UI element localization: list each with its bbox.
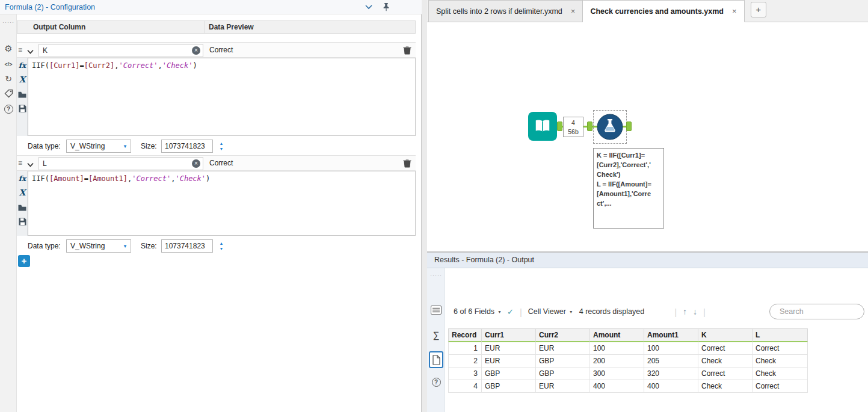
close-tab-icon[interactable]: × xyxy=(732,7,737,15)
drag-handle-icon[interactable]: ≡ xyxy=(18,46,22,54)
collapse-panel-chevron-icon[interactable] xyxy=(365,4,372,10)
table-row[interactable]: 1 EUR EUR 100 100 Correct Correct xyxy=(448,342,808,355)
save-icon[interactable] xyxy=(17,218,28,227)
tool-annotation[interactable]: K = IIF([Curr1]= [Curr2],'Correct',' Che… xyxy=(593,148,664,229)
clear-field-icon[interactable]: × xyxy=(192,46,200,55)
column-header[interactable]: K xyxy=(698,328,753,342)
close-tab-icon[interactable]: × xyxy=(571,7,576,15)
column-header[interactable]: Curr2 xyxy=(536,328,590,342)
size-label: Size: xyxy=(141,138,157,154)
search-box[interactable] xyxy=(769,304,864,319)
output-anchor[interactable] xyxy=(557,121,562,131)
size-input[interactable]: 1073741823 xyxy=(161,140,213,153)
record-count: 4 xyxy=(564,118,583,128)
expression-editor-toolbar: fx X xyxy=(17,58,28,136)
results-side-toolbar: ····· ∑ ? xyxy=(427,268,445,412)
expression-editor-toolbar: fx X xyxy=(17,171,28,236)
stepper-up-icon[interactable]: ▲ xyxy=(220,141,224,146)
insert-variable-icon[interactable]: X xyxy=(17,75,28,84)
stepper-down-icon[interactable]: ▼ xyxy=(220,247,224,251)
add-expression-button[interactable]: + xyxy=(18,255,30,267)
tab-label: Split cells into 2 rows if delimiter.yxm… xyxy=(436,7,562,16)
insert-function-icon[interactable]: fx xyxy=(17,174,28,183)
data-type-label: Data type: xyxy=(28,238,61,254)
formula-tool[interactable] xyxy=(597,114,623,140)
next-arrow-icon[interactable]: ↓ xyxy=(693,307,697,316)
expression-editor-l[interactable]: IIF([Amount]=[Amount1],'Correct','Check'… xyxy=(28,171,416,236)
output-column-value: L xyxy=(43,159,192,168)
cell-viewer-dropdown[interactable]: Cell Viewer ▼ xyxy=(528,307,573,316)
data-type-dropdown[interactable]: V_WString ▼ xyxy=(66,239,131,253)
gear-icon[interactable]: ⚙ xyxy=(0,43,17,54)
chevron-down-icon[interactable] xyxy=(27,161,34,169)
book-icon xyxy=(534,118,552,134)
cell-viewer-label: Cell Viewer xyxy=(528,307,566,316)
drag-handle-icon[interactable]: ≡ xyxy=(18,159,22,167)
code-icon[interactable]: </> xyxy=(0,60,17,69)
data-type-value: V_WString xyxy=(70,140,105,152)
data-type-row-l: Data type: V_WString ▼ Size: 1073741823 … xyxy=(17,238,416,254)
refresh-icon[interactable]: ↻ xyxy=(0,74,17,84)
alteryx-designer-window: Formula (2) - Configuration ····· ⚙ </> … xyxy=(0,0,868,412)
data-view-selected-button[interactable] xyxy=(429,351,443,368)
table-row[interactable]: 2 EUR GBP 200 205 Check Check xyxy=(448,355,808,367)
panel-grip-icon[interactable]: ····· xyxy=(0,19,17,25)
fields-dropdown[interactable]: 6 of 6 Fields ▼ ✓ xyxy=(454,307,514,316)
save-icon[interactable] xyxy=(17,105,28,114)
new-tab-button[interactable]: + xyxy=(751,2,766,17)
column-header[interactable]: Amount xyxy=(590,328,644,342)
folder-icon[interactable] xyxy=(17,91,28,100)
table-view-icon[interactable] xyxy=(427,306,445,316)
folder-icon[interactable] xyxy=(17,204,28,213)
table-row[interactable]: 3 GBP GBP 300 320 Correct Check xyxy=(448,367,808,380)
search-input[interactable] xyxy=(780,307,868,316)
data-type-dropdown[interactable]: V_WString ▼ xyxy=(66,140,131,153)
chevron-down-icon[interactable] xyxy=(27,48,34,56)
size-value: 1073741823 xyxy=(165,240,205,252)
column-header[interactable]: L xyxy=(753,328,808,342)
dropdown-arrow-icon: ▼ xyxy=(123,144,128,149)
input-anchor[interactable] xyxy=(587,121,593,131)
pin-panel-icon[interactable] xyxy=(382,2,390,11)
size-stepper[interactable]: ▲ ▼ xyxy=(217,140,226,153)
stepper-up-icon[interactable]: ▲ xyxy=(220,241,224,246)
tab-check-currencies-workflow[interactable]: Check currencies and amounts.yxmd × xyxy=(583,0,744,22)
panel-divider[interactable] xyxy=(422,0,427,412)
expression-text: IIF([Curr1]=[Curr2],'Correct','Check') xyxy=(28,58,415,73)
tag-icon[interactable] xyxy=(0,89,17,100)
table-row[interactable]: 4 GBP EUR 400 400 Check Correct xyxy=(448,380,808,393)
expression-editor-k[interactable]: IIF([Curr1]=[Curr2],'Correct','Check') xyxy=(28,58,416,136)
size-stepper[interactable]: ▲ ▼ xyxy=(217,239,226,253)
previous-arrow-icon[interactable]: ↑ xyxy=(683,307,687,316)
output-column-input-k[interactable]: K × xyxy=(38,44,203,57)
workflow-tab-bar: Split cells into 2 rows if delimiter.yxm… xyxy=(427,0,868,22)
page-icon xyxy=(432,355,440,365)
clear-field-icon[interactable]: × xyxy=(192,159,200,168)
results-toolbar: 6 of 6 Fields ▼ ✓ | Cell Viewer ▼ 4 reco… xyxy=(445,302,868,321)
output-column-header: Output Column xyxy=(17,21,205,33)
help-icon[interactable]: ? xyxy=(0,105,17,114)
size-input[interactable]: 1073741823 xyxy=(161,239,213,253)
panel-grip-icon[interactable]: ····· xyxy=(427,272,445,278)
output-anchor[interactable] xyxy=(626,121,632,131)
toolbar-separator: | xyxy=(674,307,677,317)
tab-split-cells-workflow[interactable]: Split cells into 2 rows if delimiter.yxm… xyxy=(428,0,583,22)
dropdown-arrow-icon: ▼ xyxy=(569,310,573,314)
delete-expression-button[interactable] xyxy=(403,46,411,57)
column-header[interactable]: Curr1 xyxy=(482,328,536,342)
data-type-value: V_WString xyxy=(70,240,105,252)
stepper-down-icon[interactable]: ▼ xyxy=(220,147,224,152)
help-icon[interactable]: ? xyxy=(427,378,445,387)
column-header[interactable]: Record xyxy=(448,328,482,342)
text-input-tool[interactable] xyxy=(528,112,557,141)
connection-record-count-badge[interactable]: 4 56b xyxy=(563,117,583,137)
column-header[interactable]: Amount1 xyxy=(644,328,698,342)
insert-variable-icon[interactable]: X xyxy=(17,188,28,197)
output-column-input-l[interactable]: L × xyxy=(38,157,203,170)
profile-sigma-icon[interactable]: ∑ xyxy=(427,330,445,340)
delete-expression-button[interactable] xyxy=(403,159,411,170)
data-preview-header: Data Preview xyxy=(205,21,415,33)
insert-function-icon[interactable]: fx xyxy=(17,61,28,70)
workflow-canvas[interactable]: 4 56b K = IIF([Curr1]= [Curr2],'Correct'… xyxy=(427,22,868,251)
apply-check-icon[interactable]: ✓ xyxy=(507,307,514,316)
